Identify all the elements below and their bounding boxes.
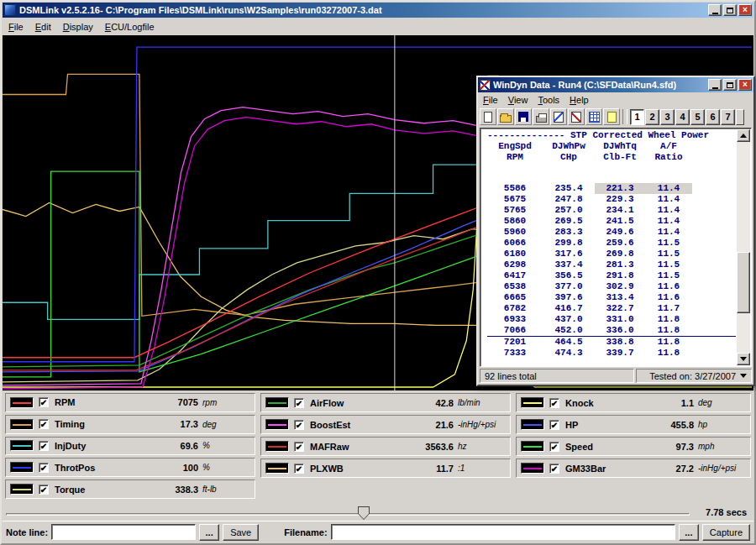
table-row[interactable]: 7333474.3339.711.8 bbox=[487, 348, 736, 359]
table-cell: 338.8 bbox=[595, 337, 645, 348]
windyn-title-bar[interactable]: WinDyn Data - Run4 (C:\SFData\Run4.sfd) … bbox=[478, 77, 753, 92]
windyn-close-button[interactable]: × bbox=[738, 79, 752, 91]
param-label: ThrotPos bbox=[55, 463, 148, 473]
windyn-minimize-button[interactable] bbox=[708, 79, 722, 91]
main-menu-ecu-logfile[interactable]: ECU/Logfile bbox=[99, 19, 160, 34]
grid-button[interactable] bbox=[585, 108, 602, 125]
param-label: BoostEst bbox=[310, 420, 403, 430]
table-cell: 6665 bbox=[487, 292, 543, 303]
notes-button[interactable] bbox=[603, 108, 620, 125]
param-checkbox[interactable]: ✔ bbox=[294, 398, 304, 408]
param-checkbox[interactable]: ✔ bbox=[549, 398, 559, 408]
open-icon bbox=[500, 115, 512, 123]
toolbar-overflow-button[interactable] bbox=[736, 109, 744, 125]
page-tab-7[interactable]: 7 bbox=[721, 109, 735, 125]
table-row[interactable]: 5960283.3249.611.4 bbox=[487, 227, 736, 238]
page-tab-3[interactable]: 3 bbox=[660, 109, 675, 125]
table-row[interactable]: 6933437.0331.011.8 bbox=[487, 314, 736, 325]
table-cell: 269.8 bbox=[595, 249, 645, 259]
param-checkbox[interactable]: ✔ bbox=[549, 464, 559, 474]
page-tab-2[interactable]: 2 bbox=[645, 109, 659, 125]
param-checkbox[interactable]: ✔ bbox=[39, 463, 49, 473]
scrollbar-thumb[interactable] bbox=[737, 252, 750, 313]
table-row[interactable]: 6298337.4281.311.5 bbox=[487, 259, 736, 270]
column-header: Ratio bbox=[645, 152, 692, 163]
param-unit: hp bbox=[694, 420, 746, 429]
table-row[interactable]: 6180317.6269.811.5 bbox=[487, 249, 736, 259]
tested-on-dropdown-icon[interactable] bbox=[740, 374, 747, 378]
header-gap bbox=[487, 163, 736, 183]
table-cell: 11.6 bbox=[645, 281, 692, 292]
maximize-button[interactable] bbox=[723, 4, 737, 16]
main-menu-edit[interactable]: Edit bbox=[29, 19, 57, 34]
param-checkbox[interactable]: ✔ bbox=[294, 420, 304, 430]
windyn-menu-help[interactable]: Help bbox=[564, 94, 594, 106]
windyn-maximize-button[interactable] bbox=[723, 79, 737, 91]
note-more-button[interactable]: ... bbox=[199, 524, 219, 541]
table-row[interactable]: 5860269.5241.511.4 bbox=[487, 216, 736, 227]
param-unit: deg bbox=[198, 420, 250, 429]
page-tab-4[interactable]: 4 bbox=[675, 109, 690, 125]
close-button[interactable]: × bbox=[738, 4, 752, 16]
save-button[interactable]: Save bbox=[223, 524, 259, 541]
capture-button[interactable]: Capture bbox=[702, 524, 750, 541]
time-slider-track[interactable] bbox=[6, 513, 690, 516]
table-cell: 337.4 bbox=[543, 259, 595, 270]
open-button[interactable] bbox=[497, 108, 514, 125]
minimize-button[interactable] bbox=[708, 4, 722, 16]
edit-button[interactable] bbox=[568, 108, 585, 125]
param-checkbox[interactable]: ✔ bbox=[39, 419, 49, 429]
table-row[interactable]: 7201464.5338.811.8 bbox=[487, 337, 736, 348]
table-cell: 11.5 bbox=[645, 259, 692, 270]
table-row[interactable]: 6417356.5291.811.5 bbox=[487, 270, 736, 281]
trace-color-swatch bbox=[10, 484, 34, 495]
table-row[interactable]: 6665397.6313.411.6 bbox=[487, 292, 736, 303]
param-checkbox[interactable]: ✔ bbox=[39, 485, 49, 495]
param-checkbox[interactable]: ✔ bbox=[549, 442, 559, 452]
arrow-up-icon bbox=[740, 134, 747, 138]
param-value: 69.6 bbox=[148, 441, 198, 451]
time-slider-thumb[interactable] bbox=[358, 506, 370, 520]
table-row[interactable]: 6066299.8259.611.5 bbox=[487, 238, 736, 249]
param-checkbox[interactable]: ✔ bbox=[294, 464, 304, 474]
table-cell: 6066 bbox=[487, 238, 543, 249]
windyn-table[interactable]: -------------- STP Corrected Wheel Power… bbox=[482, 130, 736, 364]
windyn-menu-file[interactable]: File bbox=[478, 94, 503, 106]
title-bar[interactable]: DSMLink v2.5.2.16- C:\Program Files\DSML… bbox=[3, 3, 753, 18]
print-button[interactable] bbox=[533, 108, 549, 125]
table-row[interactable]: 6782416.7322.711.7 bbox=[487, 303, 736, 314]
param-checkbox[interactable]: ✔ bbox=[39, 441, 49, 451]
windyn-scrollbar[interactable] bbox=[737, 129, 750, 365]
param-checkbox[interactable]: ✔ bbox=[294, 442, 304, 452]
table-row[interactable]: 7066452.0336.011.8 bbox=[487, 325, 736, 337]
column-headers: EngSpdDJWhPwDJWhTqA/F bbox=[487, 141, 736, 152]
param-checkbox[interactable]: ✔ bbox=[39, 397, 49, 407]
table-cell: 11.5 bbox=[645, 238, 692, 249]
new-button[interactable] bbox=[480, 108, 496, 125]
main-menu-file[interactable]: File bbox=[3, 19, 29, 34]
arrow-down-icon bbox=[740, 357, 747, 361]
filename-input[interactable] bbox=[331, 524, 675, 540]
table-row[interactable]: 5765257.0234.111.4 bbox=[487, 205, 736, 216]
preview-button[interactable] bbox=[550, 108, 567, 125]
edit-icon bbox=[571, 112, 581, 123]
table-cell: 11.5 bbox=[645, 249, 692, 259]
page-tab-5[interactable]: 5 bbox=[690, 109, 705, 125]
page-tab-6[interactable]: 6 bbox=[706, 109, 720, 125]
app-icon bbox=[4, 4, 16, 16]
scroll-down-button[interactable] bbox=[737, 353, 750, 365]
scroll-up-button[interactable] bbox=[737, 129, 750, 142]
page-tab-1[interactable]: 1 bbox=[630, 109, 644, 125]
table-row[interactable]: 5675247.8229.311.4 bbox=[487, 194, 736, 205]
param-label: MAFRaw bbox=[310, 442, 403, 452]
windyn-menu-view[interactable]: View bbox=[503, 94, 533, 106]
note-line-input[interactable] bbox=[51, 524, 196, 540]
windyn-menu-tools[interactable]: Tools bbox=[533, 94, 564, 106]
param-checkbox[interactable]: ✔ bbox=[549, 420, 559, 430]
main-menu-display[interactable]: Display bbox=[57, 19, 99, 34]
table-cell: 5765 bbox=[487, 205, 543, 216]
filename-browse-button[interactable]: ... bbox=[679, 524, 699, 541]
save-button[interactable] bbox=[515, 108, 532, 125]
table-row[interactable]: 6538377.0302.911.6 bbox=[487, 281, 736, 292]
table-row[interactable]: 5586235.4221.311.4 bbox=[487, 183, 736, 194]
